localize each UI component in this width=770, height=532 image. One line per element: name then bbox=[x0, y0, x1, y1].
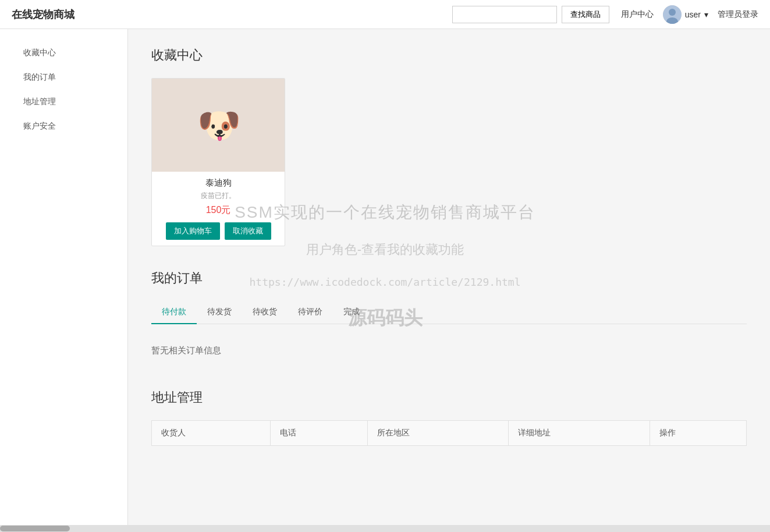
col-phone: 电话 bbox=[271, 421, 367, 446]
product-desc: 疫苗已打。 bbox=[160, 191, 276, 201]
username-label: user bbox=[685, 10, 701, 19]
orders-title: 我的订单 bbox=[151, 269, 747, 287]
product-image: 🐶 bbox=[152, 79, 285, 172]
avatar bbox=[663, 5, 682, 24]
col-action: 操作 bbox=[650, 421, 746, 446]
dog-image: 🐶 bbox=[152, 79, 285, 172]
user-menu[interactable]: user ▾ bbox=[663, 5, 708, 24]
favorites-grid: 🐶 泰迪狗 疫苗已打。 150元 加入购物车 取消收藏 bbox=[151, 78, 747, 246]
svg-point-1 bbox=[669, 9, 676, 16]
sidebar-item-security[interactable]: 账户安全 bbox=[0, 114, 127, 139]
orders-section: 我的订单 待付款 待发货 待收货 待评价 完成 暂无相关订单信息 bbox=[151, 269, 747, 366]
site-logo: 在线宠物商城 bbox=[12, 8, 74, 22]
favorites-title: 收藏中心 bbox=[151, 47, 747, 64]
scrollbar-track[interactable] bbox=[0, 525, 770, 532]
dropdown-arrow-icon: ▾ bbox=[704, 10, 708, 19]
header: 在线宠物商城 查找商品 用户中心 user ▾ 管理员登录 bbox=[0, 0, 770, 29]
layout: 收藏中心我的订单地址管理账户安全 收藏中心 🐶 泰迪狗 疫苗已打。 150元 加… bbox=[0, 29, 770, 532]
search-bar: 查找商品 bbox=[452, 6, 609, 23]
tab-pending-review[interactable]: 待评价 bbox=[288, 301, 333, 324]
sidebar-item-address[interactable]: 地址管理 bbox=[0, 90, 127, 114]
product-card: 🐶 泰迪狗 疫苗已打。 150元 加入购物车 取消收藏 bbox=[151, 78, 285, 246]
tab-pending-ship[interactable]: 待发货 bbox=[197, 301, 242, 324]
sidebar: 收藏中心我的订单地址管理账户安全 bbox=[0, 29, 128, 532]
add-to-cart-button[interactable]: 加入购物车 bbox=[166, 222, 220, 240]
product-price: 150元 bbox=[160, 204, 276, 217]
admin-login-link[interactable]: 管理员登录 bbox=[718, 9, 758, 20]
address-section: 地址管理 收货人 电话 所在地区 详细地址 操作 bbox=[151, 389, 747, 446]
sidebar-item-orders[interactable]: 我的订单 bbox=[0, 65, 127, 90]
col-receiver: 收货人 bbox=[152, 421, 271, 446]
search-input[interactable] bbox=[452, 6, 557, 23]
col-region: 所在地区 bbox=[367, 421, 509, 446]
main-content: 收藏中心 🐶 泰迪狗 疫苗已打。 150元 加入购物车 取消收藏 bbox=[128, 29, 770, 532]
tab-completed[interactable]: 完成 bbox=[333, 301, 370, 324]
address-title: 地址管理 bbox=[151, 389, 747, 406]
product-actions: 加入购物车 取消收藏 bbox=[160, 222, 276, 240]
tab-pending-receive[interactable]: 待收货 bbox=[242, 301, 288, 324]
col-detail: 详细地址 bbox=[509, 421, 650, 446]
product-name: 泰迪狗 bbox=[160, 178, 276, 189]
sidebar-item-favorites[interactable]: 收藏中心 bbox=[0, 41, 127, 65]
order-tabs: 待付款 待发货 待收货 待评价 完成 bbox=[151, 301, 747, 324]
tab-pending-payment[interactable]: 待付款 bbox=[151, 301, 197, 324]
favorites-section: 收藏中心 🐶 泰迪狗 疫苗已打。 150元 加入购物车 取消收藏 bbox=[151, 47, 747, 246]
address-table: 收货人 电话 所在地区 详细地址 操作 bbox=[151, 420, 747, 446]
remove-favorite-button[interactable]: 取消收藏 bbox=[225, 222, 271, 240]
user-center-link[interactable]: 用户中心 bbox=[621, 9, 654, 20]
product-card-body: 泰迪狗 疫苗已打。 150元 加入购物车 取消收藏 bbox=[152, 172, 285, 246]
order-empty-message: 暂无相关订单信息 bbox=[151, 336, 747, 366]
search-button[interactable]: 查找商品 bbox=[562, 6, 609, 23]
header-nav: 用户中心 user ▾ 管理员登录 bbox=[621, 5, 758, 24]
scrollbar-thumb[interactable] bbox=[0, 526, 70, 531]
